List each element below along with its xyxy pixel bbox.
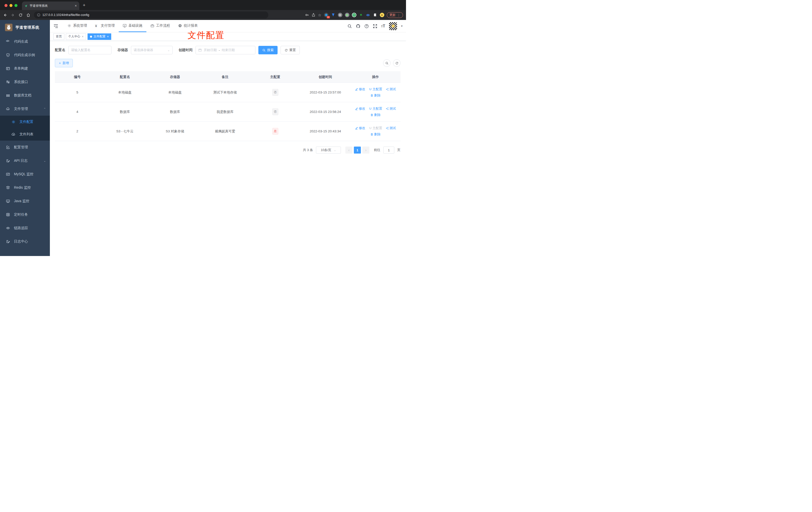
sidebar-item-api-log[interactable]: API 日志 ⌄ — [0, 154, 50, 168]
avatar[interactable] — [389, 22, 397, 30]
pencil-icon — [355, 107, 358, 110]
tag-close-icon[interactable]: × — [107, 35, 109, 38]
share-icon[interactable] — [312, 13, 316, 17]
reload-icon[interactable] — [19, 13, 23, 17]
extension-dot-icon[interactable] — [345, 13, 349, 17]
show-search-button[interactable] — [383, 59, 390, 67]
delete-link[interactable]: 删除 — [370, 93, 381, 98]
back-icon[interactable] — [3, 13, 7, 17]
sidebar-item-code-gen[interactable]: </> 代码生成 — [0, 35, 50, 48]
bookmark-star-icon[interactable]: ☆ — [318, 13, 321, 17]
sidebar-item-file-manage[interactable]: 文件管理 ⌃ — [0, 102, 50, 116]
goto-page-input[interactable] — [383, 147, 394, 154]
avatar-caret-icon[interactable]: ▾ — [401, 24, 403, 28]
sidebar-item-label: Redis 监控 — [14, 185, 31, 190]
sidebar-item-scheduled-task[interactable]: 定时任务 — [0, 208, 50, 221]
reset-button[interactable]: 重置 — [281, 46, 300, 54]
top-item-workflow[interactable]: 工作流程 — [146, 20, 174, 32]
navbar-right: TT ▾ — [347, 22, 403, 30]
top-item-infra[interactable]: 基础设施 — [119, 20, 146, 32]
zoom-window-button[interactable] — [14, 4, 18, 7]
sidebar-item-system-api[interactable]: 系统接口 — [0, 75, 50, 89]
font-size-icon[interactable]: TT — [381, 24, 385, 28]
select-caret-icon: ⌄ — [168, 49, 170, 52]
next-page-button[interactable]: › — [362, 147, 369, 154]
test-link[interactable]: 测试 — [386, 107, 396, 111]
active-dot — [90, 36, 92, 38]
profile-emoji-icon[interactable] — [380, 13, 384, 17]
tag-file-config[interactable]: 文件配置 × — [88, 33, 111, 40]
page-size-select[interactable]: 10条/页 ⌄ — [316, 147, 341, 154]
sidebar-item-redis-monitor[interactable]: Redis 监控 — [0, 181, 50, 194]
sidebar-item-code-example[interactable]: 代码生成示例 — [0, 48, 50, 62]
close-window-button[interactable] — [4, 4, 7, 7]
extension-star-icon[interactable]: ✶ — [359, 13, 364, 17]
app-logo-row[interactable]: 芋道管理系统 — [0, 20, 50, 35]
sidebar-item-label: Java 监控 — [14, 199, 29, 203]
sidebar-item-db-doc[interactable]: 数据库文档 — [0, 89, 50, 102]
edit-link[interactable]: 修改 — [355, 107, 365, 111]
search-icon[interactable] — [347, 24, 352, 28]
minimize-window-button[interactable] — [9, 4, 12, 7]
extension-v-icon[interactable]: V — [352, 13, 356, 17]
extensions-puzzle-icon[interactable] — [373, 13, 377, 17]
home-icon[interactable] — [26, 13, 30, 17]
hamburger-icon[interactable] — [53, 24, 58, 29]
sidebar-item-file-config[interactable]: 文件配置 — [0, 116, 50, 128]
sidebar-item-label: 表单构建 — [14, 66, 28, 71]
sidebar-item-config-manage[interactable]: 配置管理 — [0, 141, 50, 154]
extension-command-icon[interactable]: ⌘ — [338, 13, 342, 17]
sidebar-item-file-list[interactable]: 文件列表 — [0, 128, 50, 141]
prev-page-button[interactable]: ‹ — [345, 147, 352, 154]
dashboard-icon — [178, 24, 182, 28]
test-link[interactable]: 测试 — [386, 87, 396, 91]
top-item-pay[interactable]: ¥ 支付管理 — [91, 20, 119, 32]
add-button-label: 新增 — [62, 61, 69, 65]
top-item-report[interactable]: 统计报表 — [174, 20, 202, 32]
tag-home[interactable]: 首页 — [53, 33, 64, 40]
config-name-input[interactable]: 请输入配置名 — [68, 46, 112, 54]
extension-tabs-icon[interactable]: 11 — [324, 13, 328, 17]
sidebar-item-trace[interactable]: 链路追踪 — [0, 221, 50, 235]
tag-close-icon[interactable]: × — [82, 35, 84, 38]
forward-icon[interactable] — [11, 13, 15, 17]
github-icon[interactable] — [356, 24, 360, 28]
extension-badge: 11 — [327, 16, 330, 19]
top-item-label: 支付管理 — [101, 24, 115, 28]
master-link[interactable]: 主配置 — [369, 87, 382, 91]
browser-tab[interactable]: 芋道管理系统 × — [22, 1, 79, 10]
date-separator: - — [219, 48, 220, 52]
site-info-icon[interactable] — [37, 13, 40, 17]
storage-select[interactable]: 请选择存储器 ⌄ — [131, 46, 173, 54]
search-button[interactable]: 搜索 — [258, 46, 278, 54]
top-item-system[interactable]: 系统管理 — [63, 20, 91, 32]
help-icon[interactable] — [364, 24, 369, 28]
master-link[interactable]: 主配置 — [369, 107, 382, 111]
sidebar-item-java-monitor[interactable]: Java 监控 — [0, 194, 50, 208]
sidebar-item-mysql-monitor[interactable]: MySQL 监控 — [0, 168, 50, 181]
kebab-menu-icon[interactable]: ⋮ — [397, 13, 401, 17]
password-key-icon[interactable] — [305, 13, 309, 17]
edit-link[interactable]: 修改 — [355, 126, 365, 130]
sidebar-item-log-center[interactable]: 日志中心 — [0, 235, 50, 248]
extension-drop-icon[interactable] — [331, 13, 336, 17]
delete-link[interactable]: 删除 — [370, 113, 381, 117]
test-link[interactable]: 测试 — [386, 126, 396, 130]
date-range-picker[interactable]: 开始日期 - 结束日期 — [196, 46, 255, 54]
window-controls[interactable] — [0, 4, 22, 10]
edit-link[interactable]: 修改 — [355, 87, 365, 91]
sidebar-item-form-builder[interactable]: 表单构建 — [0, 62, 50, 75]
tab-close-icon[interactable]: × — [75, 4, 77, 8]
fullscreen-icon[interactable] — [373, 24, 377, 28]
chrome-update-button[interactable]: 更新 ⋮ — [387, 12, 403, 18]
refresh-table-button[interactable] — [393, 59, 401, 67]
edit-square-icon — [6, 145, 10, 149]
delete-link[interactable]: 删除 — [370, 132, 381, 137]
add-button[interactable]: + 新增 — [55, 59, 73, 67]
tag-profile[interactable]: 个人中心 × — [66, 33, 86, 40]
page-1-button[interactable]: 1 — [354, 147, 361, 154]
extension-eye-icon[interactable] — [366, 13, 370, 17]
new-tab-button[interactable]: + — [83, 3, 86, 10]
eye-icon — [6, 226, 10, 230]
url-bar[interactable]: 127.0.0.1:1024/infra/file/file-config — [34, 11, 268, 19]
